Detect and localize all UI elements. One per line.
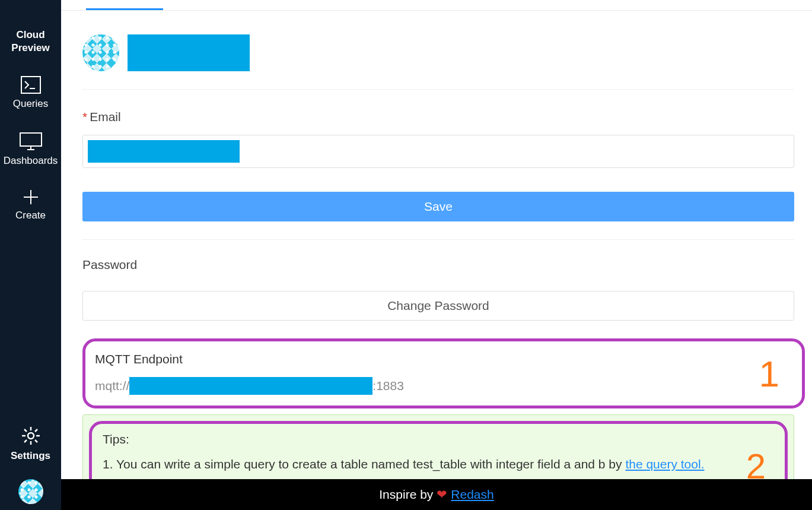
- annotation-number-1: 1: [759, 353, 779, 395]
- svg-point-7: [28, 433, 34, 439]
- profile-header: [82, 11, 794, 90]
- required-indicator: *: [82, 110, 87, 123]
- user-avatar: [82, 34, 119, 71]
- sidebar-item-label: Settings: [11, 449, 50, 463]
- main-content: *Email Save Password Change Password MQT…: [61, 0, 812, 479]
- svg-line-15: [35, 429, 37, 432]
- redash-link[interactable]: Redash: [451, 487, 493, 502]
- sidebar-item-label: Dashboards: [4, 154, 58, 167]
- section-divider: [82, 239, 794, 240]
- username-redacted: [128, 34, 250, 71]
- gear-icon: [21, 426, 41, 446]
- sidebar: Cloud Preview Queries Dashboards Create …: [0, 0, 61, 510]
- tip-text: 1. You can write a simple query to creat…: [103, 457, 625, 471]
- monitor-icon: [19, 132, 43, 151]
- tip-line-1: 1. You can write a simple query to creat…: [103, 457, 770, 471]
- footer-text: Inspire by: [379, 487, 433, 502]
- svg-line-13: [35, 440, 37, 442]
- svg-line-12: [24, 429, 27, 432]
- save-button[interactable]: Save: [82, 192, 794, 221]
- svg-rect-0: [21, 77, 40, 93]
- tips-title: Tips:: [103, 432, 770, 446]
- sidebar-item-label: Cloud Preview: [0, 28, 61, 55]
- svg-rect-2: [20, 133, 42, 146]
- svg-line-14: [24, 440, 27, 442]
- email-input[interactable]: [82, 135, 794, 168]
- mqtt-host-redacted: [129, 377, 372, 395]
- sidebar-item-label: Create: [15, 209, 46, 222]
- mqtt-suffix: :1883: [372, 379, 404, 393]
- mqtt-prefix: mqtt://: [95, 379, 129, 393]
- email-label: *Email: [82, 110, 794, 124]
- mqtt-value: mqtt://:1883: [95, 377, 788, 395]
- sidebar-item-dashboards[interactable]: Dashboards: [0, 121, 61, 178]
- password-label: Password: [82, 258, 812, 272]
- sidebar-item-cloud-preview[interactable]: Cloud Preview: [0, 18, 61, 65]
- sidebar-item-create[interactable]: Create: [0, 178, 61, 233]
- terminal-icon: [21, 76, 41, 94]
- sidebar-item-settings[interactable]: Settings: [0, 415, 61, 473]
- sidebar-item-queries[interactable]: Queries: [0, 65, 61, 121]
- footer: Inspire by ❤ Redash: [61, 479, 812, 510]
- change-password-button[interactable]: Change Password: [82, 291, 794, 321]
- mqtt-label: MQTT Endpoint: [95, 352, 788, 366]
- sidebar-item-label: Queries: [13, 97, 49, 110]
- email-value-redacted: [88, 140, 240, 163]
- email-label-text: Email: [90, 110, 121, 123]
- mqtt-callout: MQTT Endpoint mqtt://:1883 1: [82, 338, 805, 408]
- user-avatar-small[interactable]: [18, 479, 43, 504]
- heart-icon: ❤: [437, 487, 447, 502]
- plus-icon: [23, 189, 39, 205]
- email-field-block: *Email: [82, 110, 794, 168]
- query-tool-link[interactable]: the query tool.: [625, 457, 704, 471]
